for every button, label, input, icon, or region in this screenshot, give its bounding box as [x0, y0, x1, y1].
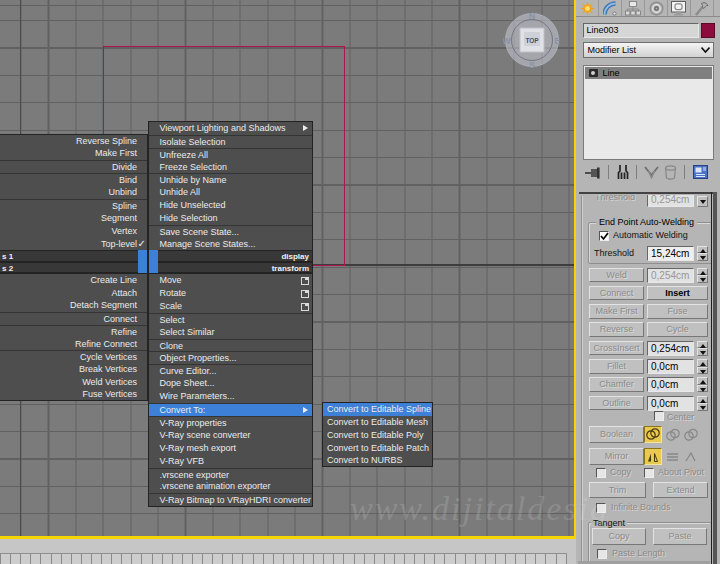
svg-text:TOP: TOP	[525, 37, 539, 44]
svg-text:N: N	[529, 11, 536, 21]
svg-text:E: E	[554, 36, 560, 46]
svg-text:W: W	[503, 36, 511, 46]
svg-text:S: S	[529, 60, 535, 69]
